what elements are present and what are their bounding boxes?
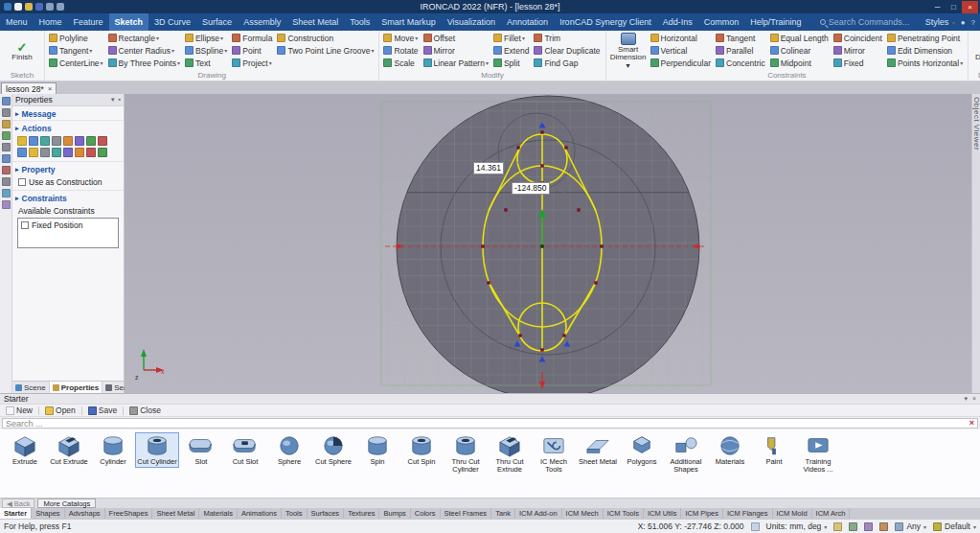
button-split[interactable]: Split [491, 57, 531, 69]
tab-assembly[interactable]: Assembly [238, 13, 286, 31]
button-centerline[interactable]: CenterLine▾ [47, 57, 105, 69]
pen-icon[interactable] [879, 522, 888, 531]
button-rectangle[interactable]: Rectangle▾ [106, 32, 182, 44]
button-smart-dimension[interactable]: Smart Dimension ▾ [608, 32, 649, 71]
catalog-tab-sheet-metal[interactable]: Sheet Metal [152, 508, 199, 519]
catalog-close-icon[interactable]: × [972, 395, 976, 403]
button-project[interactable]: Project▾ [230, 57, 274, 69]
new-button[interactable]: New [2, 405, 36, 416]
section-actions[interactable]: ▸ Actions [12, 120, 124, 134]
help-icon[interactable]: ? [971, 18, 975, 27]
button-center-radius[interactable]: Center Radius▾ [106, 44, 182, 57]
save-icon[interactable] [35, 3, 43, 11]
tab-surface[interactable]: Surface [196, 13, 238, 31]
button-bspline[interactable]: BSpline▾ [183, 44, 229, 57]
catalog-item-additional-shapes[interactable]: Additional Shapes [664, 432, 708, 476]
catalog-item-training-videos[interactable]: Training Videos ... [796, 432, 840, 476]
styles-dropdown[interactable]: Styles ▾ [925, 17, 955, 27]
button-move[interactable]: Move▾ [381, 32, 420, 44]
selection-filter-dropdown[interactable]: Any ▾ [895, 521, 926, 531]
section-message[interactable]: ▸ Message [12, 106, 124, 120]
catalog-item-ic-mech-tools[interactable]: IC Mech Tools [532, 432, 576, 476]
action-icon-6[interactable] [75, 136, 84, 146]
clear-search-icon[interactable]: × [969, 419, 974, 428]
catalog-tab-icm-pipes[interactable]: ICM Pipes [681, 508, 723, 519]
catalog-tab-materials[interactable]: Materials [199, 508, 237, 519]
side-tool-icon-5[interactable] [2, 143, 11, 151]
button-equal-length[interactable]: Equal Length [768, 32, 831, 44]
more-catalogs-button[interactable]: More Catalogs [37, 498, 96, 508]
button-penetrating-point[interactable]: Penetrating Point [885, 32, 965, 44]
button-construction[interactable]: Construction [275, 32, 376, 44]
tab-visualization[interactable]: Visualization [442, 13, 501, 31]
catalog-tab-shapes[interactable]: Shapes [32, 508, 64, 519]
button-tangent[interactable]: Tangent [714, 32, 767, 44]
open-icon[interactable] [25, 3, 33, 11]
button-colinear[interactable]: Colinear [768, 44, 831, 57]
document-tab[interactable]: lesson 28* × [1, 82, 57, 94]
button-parallel[interactable]: Parallel [714, 44, 767, 57]
side-tool-icon-9[interactable] [2, 189, 11, 197]
tab-home[interactable]: Home [34, 13, 68, 31]
action-icon-1[interactable] [17, 136, 27, 146]
catalog-tab-surfaces[interactable]: Surfaces [308, 508, 345, 519]
tab-common[interactable]: Common [698, 13, 745, 31]
catalog-item-polygons[interactable]: Polygons [620, 432, 664, 468]
catalog-item-cut-slot[interactable]: Cut Slot [223, 432, 267, 468]
button-trim[interactable]: Trim [532, 32, 602, 44]
catalog-tab-icm-mold[interactable]: ICM Mold [773, 508, 812, 519]
constraints-listbox[interactable]: Fixed Position [17, 218, 119, 248]
side-tool-icon-3[interactable] [2, 120, 11, 128]
close-button[interactable]: Close [125, 405, 165, 416]
button-polyline[interactable]: Polyline [47, 32, 105, 44]
side-tool-icon-7[interactable] [2, 166, 11, 174]
open-button[interactable]: Open [41, 405, 80, 416]
tab-help-training[interactable]: Help/Training [744, 13, 807, 31]
action-icon-10[interactable] [29, 148, 38, 157]
maximize-button[interactable]: □ [946, 1, 962, 13]
button-mirror[interactable]: Mirror [832, 44, 884, 57]
button-fillet[interactable]: Fillet▾ [491, 32, 531, 44]
catalog-tab-tank[interactable]: Tank [491, 508, 515, 519]
panel-menu-icon[interactable]: ▾ [111, 96, 115, 104]
catalog-item-thru-cut-cylinder[interactable]: Thru Cut Cylinder [444, 432, 488, 476]
action-icon-9[interactable] [17, 148, 27, 157]
ortho-icon[interactable] [849, 522, 857, 531]
catalog-tab-steel-frames[interactable]: Steel Frames [441, 508, 492, 519]
catalog-tab-icm-mech[interactable]: ICM Mech [562, 508, 604, 519]
catalog-tab-icm-arch[interactable]: ICM Arch [812, 508, 851, 519]
action-icon-7[interactable] [86, 136, 96, 146]
snap-icon[interactable] [833, 522, 842, 531]
button-by-three-points[interactable]: By Three Points▾ [106, 57, 182, 69]
button-clear-duplicate[interactable]: Clear Duplicate [532, 44, 602, 57]
catalog-tab-advshaps[interactable]: Advshaps [65, 508, 105, 519]
button-offset[interactable]: Offset [422, 32, 490, 44]
use-as-construction-checkbox[interactable] [18, 178, 26, 186]
button-point[interactable]: Point [230, 44, 274, 57]
tab-smart-markup[interactable]: Smart Markup [376, 13, 442, 31]
catalog-tab-colors[interactable]: Colors [411, 508, 441, 519]
document-close-icon[interactable]: × [48, 84, 53, 93]
style-dropdown[interactable]: Default ▾ [933, 521, 976, 531]
minimize-button[interactable]: ─ [929, 1, 946, 13]
catalog-item-spin[interactable]: Spin [355, 432, 399, 468]
catalog-item-paint[interactable]: Paint [752, 432, 796, 468]
dimension-label[interactable]: -124.850 [512, 182, 550, 195]
tab-menu[interactable]: Menu [0, 13, 34, 31]
action-icon-8[interactable] [98, 136, 107, 146]
button-text[interactable]: Text [183, 57, 229, 69]
button-points-horizontal[interactable]: Points Horizontal▾ [885, 57, 965, 69]
side-tool-icon-6[interactable] [2, 154, 11, 163]
catalog-tab-animations[interactable]: Animations [238, 508, 282, 519]
action-icon-13[interactable] [63, 148, 73, 157]
catalog-item-extrude[interactable]: Extrude [3, 432, 47, 468]
button-scale[interactable]: Scale [381, 57, 420, 69]
tab-sheet-metal[interactable]: Sheet Metal [286, 13, 344, 31]
side-tool-icon-8[interactable] [2, 177, 11, 186]
button-formula[interactable]: Formula [230, 32, 274, 44]
catalog-item-slot[interactable]: Slot [179, 432, 223, 468]
action-icon-15[interactable] [86, 148, 96, 157]
tab-tools[interactable]: Tools [344, 13, 376, 31]
side-tool-icon-1[interactable] [2, 97, 11, 105]
side-tool-icon-10[interactable] [2, 200, 11, 209]
